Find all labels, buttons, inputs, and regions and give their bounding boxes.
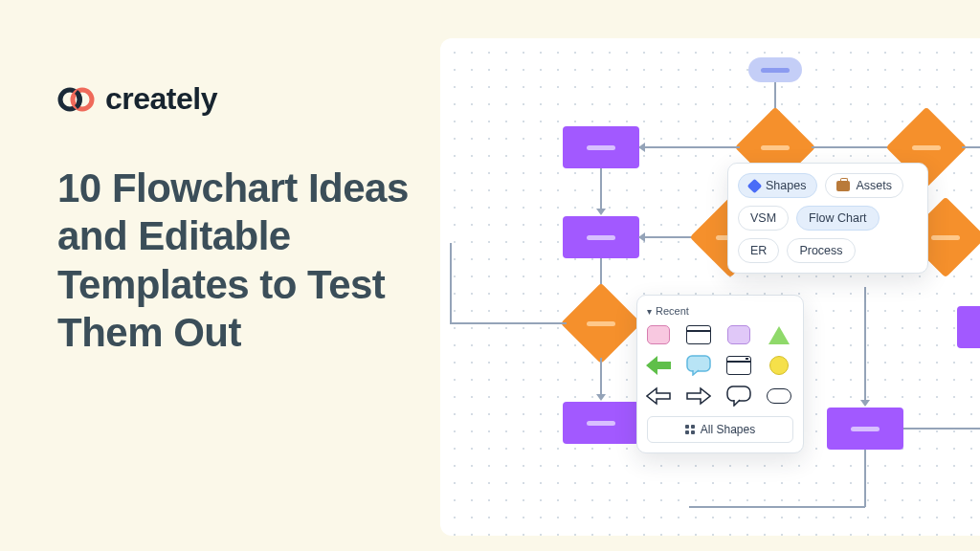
connector: [689, 506, 865, 508]
shape-picker-toolbar[interactable]: Shapes Assets VSM Flow Chart ER Process: [727, 163, 928, 274]
brand-logo: creately: [57, 81, 421, 117]
process-shape[interactable]: [563, 216, 639, 258]
shapes-tab-label: Shapes: [766, 179, 806, 192]
svg-rect-3: [727, 386, 750, 401]
palette-circle-yellow[interactable]: [766, 355, 792, 376]
arrow-icon: [596, 394, 606, 401]
palette-card-icon[interactable]: [725, 355, 752, 376]
connector: [450, 243, 452, 323]
creately-logo-icon: [57, 86, 96, 113]
assets-tab-label: Assets: [856, 179, 892, 192]
palette-window-icon[interactable]: [685, 324, 712, 345]
process-shape[interactable]: [563, 126, 639, 168]
process-shape[interactable]: [563, 402, 639, 444]
chip-flowchart[interactable]: Flow Chart: [796, 206, 879, 231]
arrow-icon: [596, 209, 606, 215]
recent-section-label[interactable]: Recent: [647, 305, 793, 317]
shapes-panel[interactable]: Recent All Shapes: [636, 295, 804, 453]
briefcase-icon: [836, 181, 850, 191]
arrow-icon: [638, 232, 645, 242]
chip-er[interactable]: ER: [738, 238, 779, 263]
decision-shape[interactable]: [572, 295, 630, 352]
shapes-icon: [747, 178, 763, 193]
brand-name: creately: [105, 81, 217, 117]
all-shapes-button[interactable]: All Shapes: [647, 416, 793, 443]
all-shapes-label: All Shapes: [701, 423, 755, 436]
shapes-tab[interactable]: Shapes: [738, 173, 817, 198]
connector: [903, 428, 980, 430]
chip-process[interactable]: Process: [787, 238, 855, 263]
chip-vsm[interactable]: VSM: [738, 206, 789, 231]
palette-triangle-green[interactable]: [766, 324, 792, 345]
assets-tab[interactable]: Assets: [825, 173, 903, 198]
grid-icon: [685, 425, 695, 434]
dot-grid-background: [440, 38, 980, 536]
connector: [864, 450, 866, 507]
svg-rect-2: [687, 356, 710, 371]
palette-rounded-rect-pink[interactable]: [645, 324, 672, 345]
connector: [600, 358, 602, 396]
arrow-icon: [860, 400, 870, 407]
palette-terminator-outline[interactable]: [766, 386, 792, 407]
connector: [600, 168, 602, 210]
palette-arrow-right-outline[interactable]: [685, 386, 712, 407]
connector: [812, 146, 898, 148]
palette-arrow-left-outline[interactable]: [645, 386, 672, 407]
page-headline: 10 Flowchart Ideas and Editable Template…: [57, 165, 421, 358]
process-shape[interactable]: [957, 306, 980, 348]
palette-arrow-left-green[interactable]: [645, 355, 672, 376]
palette-speech-outline[interactable]: [725, 386, 752, 407]
palette-rounded-rect-lilac[interactable]: [725, 324, 752, 345]
connector: [864, 287, 866, 402]
connector: [962, 146, 980, 148]
diagram-canvas[interactable]: Shapes Assets VSM Flow Chart ER Process …: [440, 38, 980, 536]
terminator-shape[interactable]: [748, 57, 802, 82]
connector: [450, 322, 567, 324]
process-shape[interactable]: [827, 408, 903, 450]
arrow-icon: [638, 143, 645, 152]
palette-speech-bubble-blue[interactable]: [685, 355, 712, 376]
connector: [644, 146, 740, 148]
